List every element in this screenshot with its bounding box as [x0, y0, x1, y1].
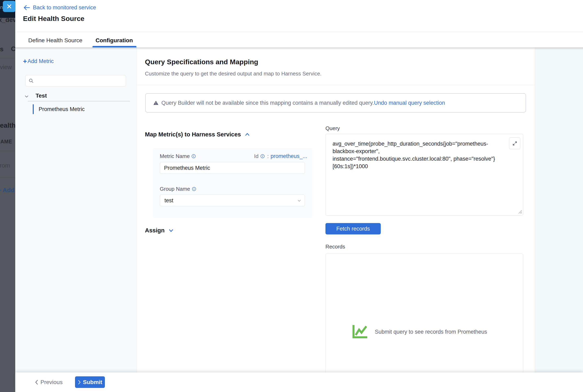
query-text[interactable]: avg_over_time(probe_http_duration_second…	[333, 140, 523, 170]
submit-button[interactable]: Submit	[75, 376, 105, 388]
chevron-down-icon[interactable]	[168, 228, 174, 233]
warning-text: Query Builder will not be available sinc…	[161, 100, 374, 106]
map-metrics-section-title: Map Metric(s) to Harness Services	[145, 131, 241, 138]
back-link-label: Back to monitored service	[33, 4, 96, 11]
info-icon[interactable]	[192, 187, 196, 191]
previous-button[interactable]: Previous	[35, 377, 63, 387]
right-spacer-panel	[535, 47, 583, 372]
background-fragment: rom	[0, 162, 10, 169]
assign-section-title: Assign	[145, 227, 165, 234]
background-fragment: ealth S	[0, 122, 15, 129]
metric-search-input[interactable]	[36, 75, 123, 86]
background-fragment: s	[0, 46, 3, 53]
query-editor[interactable]: avg_over_time(probe_http_duration_second…	[325, 134, 523, 216]
query-label: Query	[325, 125, 340, 132]
query-specifications-panel: Query Specifications and Mapping Customi…	[137, 47, 535, 372]
metric-item-label: Prometheus Metric	[39, 106, 85, 112]
undo-manual-query-link[interactable]: Undo manual query selection	[374, 100, 445, 106]
group-name-selected-value: test	[164, 198, 173, 204]
metric-name-label: Metric Name	[160, 153, 190, 160]
add-metric-label: Add Metric	[27, 58, 54, 64]
close-drawer-button[interactable]	[3, 1, 15, 12]
group-name-label: Group Name	[160, 186, 190, 192]
chevron-up-icon[interactable]	[245, 132, 250, 137]
background-divider	[0, 151, 15, 151]
id-label: Id	[254, 153, 259, 160]
background-fragment: C	[11, 45, 15, 53]
section-heading: Query Specifications and Mapping	[145, 58, 258, 66]
info-icon[interactable]	[260, 154, 265, 158]
metric-search-box[interactable]	[25, 75, 126, 86]
back-arrow-icon	[23, 5, 30, 10]
chevron-left-icon	[35, 380, 38, 385]
group-underline	[28, 101, 130, 101]
info-icon[interactable]	[191, 154, 196, 158]
background-page-strip: nt x_dev s C view ealth S AME rom + Add	[0, 0, 15, 392]
close-icon	[6, 4, 12, 9]
metric-name-input[interactable]	[160, 162, 305, 174]
expand-query-button[interactable]	[509, 138, 520, 149]
section-divider	[137, 85, 535, 85]
plus-icon: +	[23, 58, 27, 64]
selected-indicator-bar	[33, 104, 34, 114]
active-tab-underline	[92, 46, 136, 47]
sidebar-item-prometheus-metric[interactable]: Prometheus Metric	[33, 104, 85, 114]
tab-define-health-source[interactable]: Define Health Source	[28, 37, 82, 44]
chevron-right-icon	[78, 380, 81, 385]
metric-mapping-card: Metric Name Id : prometheus_... Group Na…	[153, 148, 312, 218]
records-label: Records	[325, 244, 345, 250]
query-builder-warning-banner: Query Builder will not be available sinc…	[145, 93, 526, 112]
previous-label: Previous	[40, 379, 63, 386]
records-empty-text: Submit query to see records from Prometh…	[375, 324, 487, 335]
background-fragment: view	[0, 64, 12, 70]
line-chart-icon	[351, 324, 371, 340]
background-fragment: x_dev	[0, 16, 15, 24]
metric-group-label[interactable]: Test	[35, 92, 47, 99]
fetch-records-button[interactable]: Fetch records	[325, 223, 381, 234]
page-title: Edit Health Source	[23, 15, 84, 22]
fullscreen-expand-icon	[512, 141, 518, 146]
search-icon	[28, 78, 34, 83]
background-fragment: AME	[0, 139, 12, 144]
section-subheading: Customize the query to get the desired o…	[145, 70, 322, 77]
tab-configuration[interactable]: Configuration	[95, 37, 133, 44]
resize-handle[interactable]	[518, 210, 522, 215]
edit-health-source-screen: nt x_dev s C view ealth S AME rom + Add …	[0, 0, 583, 392]
chevron-down-icon	[297, 198, 301, 203]
id-colon: :	[267, 153, 269, 160]
assign-section-toggle[interactable]: Assign	[145, 227, 174, 234]
records-empty-state: Submit query to see records from Prometh…	[351, 324, 487, 340]
group-collapse-chevron-icon[interactable]	[24, 94, 29, 100]
metric-id-value-link[interactable]: prometheus_...	[271, 153, 307, 160]
background-divider	[0, 177, 15, 178]
submit-label: Submit	[83, 379, 102, 386]
group-name-select[interactable]: test	[160, 194, 305, 206]
map-metrics-section-toggle[interactable]: Map Metric(s) to Harness Services	[145, 131, 250, 138]
add-metric-button[interactable]: + Add Metric	[23, 58, 54, 64]
background-fragment: + Add	[0, 187, 14, 194]
edit-health-source-drawer: Back to monitored service Edit Health So…	[15, 0, 583, 392]
warning-icon	[153, 100, 159, 106]
metrics-sidebar: + Add Metric Test Prometheus Metric	[15, 47, 137, 372]
back-to-monitored-service-link[interactable]: Back to monitored service	[23, 4, 96, 11]
footer-bar: Previous Submit	[15, 372, 583, 392]
records-panel: Submit query to see records from Prometh…	[325, 254, 523, 372]
